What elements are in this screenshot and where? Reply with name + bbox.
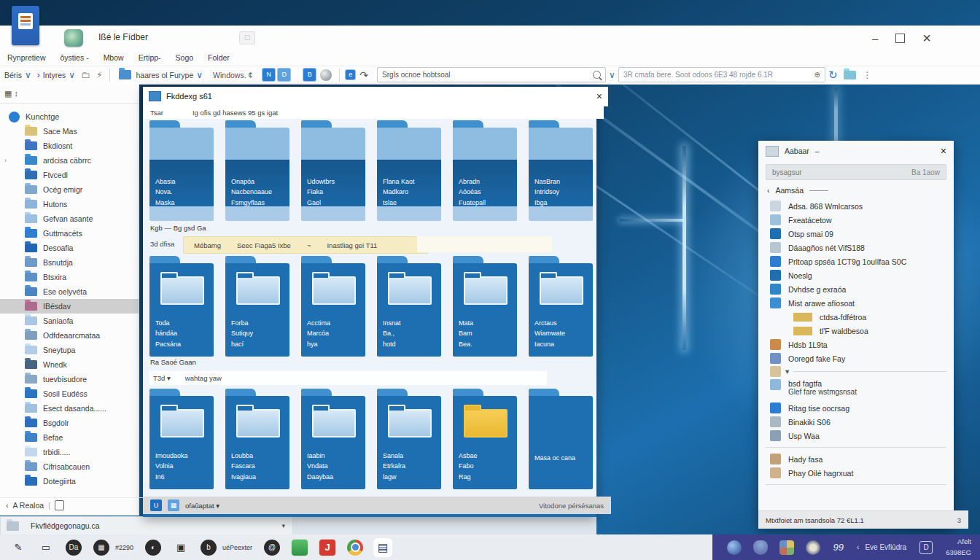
- refresh-icon[interactable]: ↻: [828, 69, 838, 82]
- sidebar-item[interactable]: Esect dasanda......: [0, 401, 139, 416]
- close-button[interactable]: ×: [922, 30, 931, 47]
- hand-app-icon[interactable]: [64, 29, 83, 47]
- footer-back-icon[interactable]: ‹: [6, 501, 9, 510]
- search-caret-icon[interactable]: ∨: [609, 70, 615, 80]
- folder-tile[interactable]: AcctimaMarcóahya: [301, 256, 365, 357]
- search-input[interactable]: Srgls ocnoe hobtsoal: [377, 67, 606, 82]
- folder-tile[interactable]: InsnatBa.,hotd: [377, 256, 441, 357]
- address-segment-2[interactable]: Windows. ¢: [213, 71, 252, 79]
- panel-item[interactable]: ctdsa-fdfétroa: [758, 310, 954, 324]
- breadcrumb[interactable]: Intyres: [43, 71, 66, 79]
- view-toggle-icon[interactable]: D: [278, 69, 290, 81]
- media-app[interactable]: ▣: [173, 540, 189, 556]
- folder-tile[interactable]: NasBranIntridsoyIbga: [529, 120, 593, 221]
- panel-back-icon[interactable]: ‹: [767, 186, 770, 195]
- panel-item[interactable]: Fxeatácetow: [758, 213, 954, 227]
- app-tile-icon[interactable]: B: [303, 69, 316, 81]
- redo-icon[interactable]: ↷: [359, 69, 368, 81]
- folder-tile[interactable]: ImoudaokaVolniaIn6: [149, 389, 214, 489]
- panel-item[interactable]: Noeslg: [758, 268, 954, 282]
- recycle-icon[interactable]: [55, 500, 64, 510]
- panel-nav-row[interactable]: ‹ Aamsáa: [758, 183, 954, 198]
- sidebar-item[interactable]: Desoafia: [0, 241, 139, 255]
- folder-tile[interactable]: OnapóaNacbenoaaueFsmgyflaas: [225, 120, 289, 221]
- sidebar-item[interactable]: Guttmacéts: [0, 226, 139, 241]
- sidebar-item[interactable]: Ftvcedl: [0, 168, 139, 182]
- sidebar-item[interactable]: Bsgdolr: [0, 416, 139, 430]
- shield-icon[interactable]: [753, 540, 768, 555]
- cubes-icon[interactable]: [779, 540, 794, 555]
- sidebar-item[interactable]: IBésdav: [0, 299, 139, 314]
- menu-item[interactable]: Rynpretiew: [7, 53, 46, 62]
- folder-tile[interactable]: SanalaEtrkalralagw: [377, 389, 441, 489]
- folder-tile[interactable]: TodahándáaPacsána: [149, 256, 214, 357]
- browser-dark-app[interactable]: ◐: [145, 540, 161, 556]
- expand-arrow-icon[interactable]: ›: [4, 157, 7, 164]
- maximize-button[interactable]: [895, 34, 905, 43]
- panel-item[interactable]: Phay Oilé hagrxuat: [758, 466, 954, 480]
- lang-caret-icon[interactable]: ‹: [857, 543, 859, 551]
- sidebar-item[interactable]: tuevbisudore: [0, 372, 139, 386]
- folder-tile[interactable]: ForbaSutiquyhací: [225, 256, 289, 357]
- sort-row-item[interactable]: T3d ▾: [153, 374, 171, 382]
- quotes-icon[interactable]: 99: [833, 542, 844, 553]
- dialog-titlebar[interactable]: Fkddexg s61 ×: [143, 87, 608, 106]
- back-caret-icon[interactable]: ∨: [25, 70, 31, 80]
- sidebar-item[interactable]: ›ardcisa cäbrrc: [0, 153, 139, 168]
- pinned-app-icon[interactable]: [12, 6, 39, 45]
- folder-tile[interactable]: IaabinVndataDaaybaa: [301, 389, 365, 489]
- menu-item[interactable]: Folder: [208, 53, 230, 62]
- sidebar-item[interactable]: trbidi.....: [0, 445, 139, 459]
- dialog-close-button[interactable]: ×: [596, 90, 602, 102]
- input-method-icon[interactable]: D: [919, 541, 933, 554]
- folder-tile[interactable]: ArctausWiamwateIacuna: [529, 256, 593, 357]
- sidebar-item[interactable]: Gefvan asante: [0, 211, 139, 226]
- dialog-menu-item[interactable]: Ig ofis gd hasews 95 gs igat: [192, 109, 278, 117]
- badge-app[interactable]: ▦: [93, 540, 109, 556]
- folder-tile[interactable]: UdowtbrsFiakaGael: [301, 120, 365, 221]
- sidebar-item[interactable]: Ese oelyvéta: [0, 284, 139, 299]
- red-app[interactable]: J: [319, 540, 335, 556]
- small-tile-icon[interactable]: e: [346, 70, 355, 79]
- more-icon[interactable]: ⋮: [863, 70, 871, 80]
- display-app[interactable]: ▭: [38, 540, 54, 556]
- panel-item[interactable]: Hady fasa: [758, 452, 954, 466]
- clock[interactable]: Afelt 6398EG: [946, 537, 971, 558]
- panel-item[interactable]: Dvhdse g exraóa: [758, 282, 954, 296]
- sidebar-item[interactable]: Btsxira: [0, 270, 139, 284]
- folder-tile[interactable]: AbradnAóoéasFuatepall: [453, 120, 517, 221]
- sidebar-item[interactable]: Bkdiosnt: [0, 139, 139, 153]
- panel-caret-row[interactable]: ▾: [758, 365, 954, 377]
- panel-item[interactable]: Usp Waa: [758, 429, 954, 443]
- b-reader-app[interactable]: b: [201, 540, 217, 556]
- go-icon[interactable]: ⊕: [814, 71, 820, 79]
- panel-item[interactable]: Prltoap spséa 1CT9g 1oulífaa S0C: [758, 254, 954, 268]
- panel-item[interactable]: Ritag tise oocrsag: [758, 401, 954, 415]
- view-toggle-icon[interactable]: N: [262, 69, 275, 81]
- chrome-app[interactable]: [347, 540, 363, 556]
- folder-tile[interactable]: Masa oc cana: [529, 389, 593, 489]
- panel-item[interactable]: Binakiki S06: [758, 415, 954, 429]
- tooltip-bar[interactable]: MébamgSeec Fiaga5 Ixbe~Inastliag gei T11: [183, 236, 428, 254]
- sidebar-item[interactable]: Cifrisabcauen: [0, 459, 139, 474]
- sidebar-item[interactable]: Bsnutdja: [0, 255, 139, 270]
- sidebar-item[interactable]: Odfdeaarcmataa: [0, 328, 139, 343]
- folder-tile[interactable]: MataBamBea.: [453, 256, 517, 357]
- crumb-caret-icon[interactable]: ∨: [69, 70, 75, 80]
- bottom-dropdown-bar[interactable]: Fkvfiédgegonagu.ca ▾: [0, 516, 293, 535]
- status-tile-icon[interactable]: U: [150, 499, 162, 511]
- caret-down-icon[interactable]: ▾: [785, 367, 789, 376]
- menu-item[interactable]: Ertipp-: [139, 53, 161, 62]
- folder-tile[interactable]: AsbaeFaboRag: [453, 389, 517, 489]
- folder-tile[interactable]: Flana KaotMadkarotslae: [377, 120, 441, 221]
- menu-item[interactable]: Mbow: [104, 53, 124, 62]
- minimize-button[interactable]: –: [872, 32, 878, 44]
- language-indicator[interactable]: ‹ Eve Evfiúdra: [857, 543, 906, 551]
- sidebar-item[interactable]: Océg emigr: [0, 182, 139, 197]
- dialog-menu-item[interactable]: Tsar: [150, 109, 163, 117]
- panel-close-button[interactable]: ×: [941, 145, 946, 157]
- panel-bottom-bar[interactable]: Mtxtfoiet am tsandsola 72 €L1.1 3: [758, 510, 968, 529]
- sort-row[interactable]: T3d ▾wahtag yaw: [149, 371, 547, 385]
- address-segment[interactable]: haares ol Furype: [136, 71, 193, 79]
- panel-item[interactable]: bsd fagtfaGlef fare wstmgsnsat: [758, 377, 954, 401]
